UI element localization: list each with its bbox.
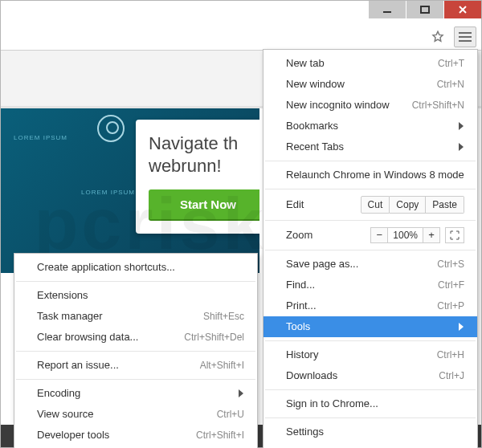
- menu-separator: [265, 189, 476, 189]
- zoom-out-button[interactable]: −: [370, 227, 388, 243]
- menu-zoom-row: Zoom − 100% +: [263, 224, 477, 246]
- menu-history[interactable]: HistoryCtrl+H: [263, 344, 477, 365]
- svg-rect-2: [459, 32, 472, 34]
- submenu-view-source[interactable]: View sourceCtrl+U: [14, 404, 257, 425]
- edit-copy-button[interactable]: Copy: [390, 196, 426, 214]
- svg-rect-3: [459, 36, 472, 38]
- hero-headline: Navigate thwebrunn!: [149, 132, 259, 177]
- decorative-text: LOREM IPSUM: [81, 189, 135, 196]
- submenu-arrow-icon: [458, 323, 464, 331]
- zoom-value: 100%: [388, 227, 423, 243]
- menu-new-window[interactable]: New windowCtrl+N: [263, 74, 477, 95]
- browser-window: Uninstall LOREM IPSUM LOREM IPSUM LOREM …: [0, 0, 482, 448]
- menu-print[interactable]: Print...Ctrl+P: [263, 295, 477, 316]
- submenu-create-shortcuts[interactable]: Create application shortcuts...: [14, 257, 257, 278]
- menu-separator: [265, 161, 476, 161]
- svg-rect-4: [459, 40, 472, 42]
- menu-downloads[interactable]: DownloadsCtrl+J: [263, 365, 477, 386]
- chrome-menu-button[interactable]: [454, 26, 476, 47]
- edit-cut-button[interactable]: Cut: [361, 196, 390, 214]
- submenu-clear-data[interactable]: Clear browsing data...Ctrl+Shift+Del: [14, 327, 257, 348]
- menu-relaunch-win8[interactable]: Relaunch Chrome in Windows 8 mode: [263, 165, 477, 185]
- chrome-main-menu: New tabCtrl+T New windowCtrl+N New incog…: [263, 49, 478, 448]
- menu-bookmarks[interactable]: Bookmarks: [263, 116, 477, 136]
- window-minimize-button[interactable]: [369, 1, 406, 18]
- menu-separator: [265, 340, 476, 341]
- submenu-arrow-icon: [458, 143, 464, 151]
- menu-separator: [265, 389, 476, 390]
- svg-rect-0: [383, 11, 391, 13]
- tools-submenu: Create application shortcuts... Extensio…: [14, 253, 258, 448]
- submenu-task-manager[interactable]: Task managerShift+Esc: [14, 306, 257, 327]
- submenu-report-issue[interactable]: Report an issue...Alt+Shift+I: [14, 355, 257, 376]
- submenu-developer-tools[interactable]: Developer toolsCtrl+Shift+I: [14, 425, 257, 446]
- edit-paste-button[interactable]: Paste: [426, 196, 464, 214]
- menu-separator: [16, 379, 255, 380]
- menu-save-page[interactable]: Save page as...Ctrl+S: [263, 254, 477, 275]
- menu-about[interactable]: About Google Chrome: [263, 442, 477, 448]
- menu-separator: [16, 281, 255, 282]
- submenu-arrow-icon: [238, 389, 244, 397]
- menu-signin[interactable]: Sign in to Chrome...: [263, 393, 477, 414]
- submenu-extensions[interactable]: Extensions: [14, 285, 257, 306]
- menu-incognito[interactable]: New incognito windowCtrl+Shift+N: [263, 95, 477, 116]
- submenu-arrow-icon: [458, 122, 464, 130]
- menu-recent-tabs[interactable]: Recent Tabs: [263, 136, 477, 157]
- fullscreen-button[interactable]: [445, 227, 464, 243]
- hero-banner: LOREM IPSUM LOREM IPSUM LOREM IPSUM Navi…: [1, 108, 259, 273]
- start-now-button[interactable]: Start Now: [149, 189, 259, 219]
- menu-find[interactable]: Find...Ctrl+F: [263, 275, 477, 295]
- submenu-encoding[interactable]: Encoding: [14, 383, 257, 404]
- menu-separator: [265, 417, 476, 418]
- menu-separator: [265, 220, 476, 221]
- window-titlebar: [1, 1, 481, 23]
- bookmark-star-icon[interactable]: [427, 26, 449, 47]
- menu-separator: [16, 351, 255, 352]
- decorative-text: LOREM IPSUM: [14, 134, 67, 141]
- svg-rect-1: [421, 6, 429, 13]
- zoom-in-button[interactable]: +: [423, 227, 440, 243]
- menu-separator: [265, 250, 476, 250]
- menu-tools[interactable]: Tools: [263, 316, 477, 337]
- menu-edit-row: Edit Cut Copy Paste: [263, 193, 477, 217]
- menu-settings[interactable]: Settings: [263, 422, 477, 442]
- browser-toolbar: [1, 23, 481, 51]
- hero-card: Navigate thwebrunn! Start Now: [136, 120, 259, 234]
- window-maximize-button[interactable]: [406, 1, 443, 18]
- person-icon: [97, 115, 125, 142]
- window-close-button[interactable]: [444, 1, 481, 18]
- menu-new-tab[interactable]: New tabCtrl+T: [263, 53, 477, 74]
